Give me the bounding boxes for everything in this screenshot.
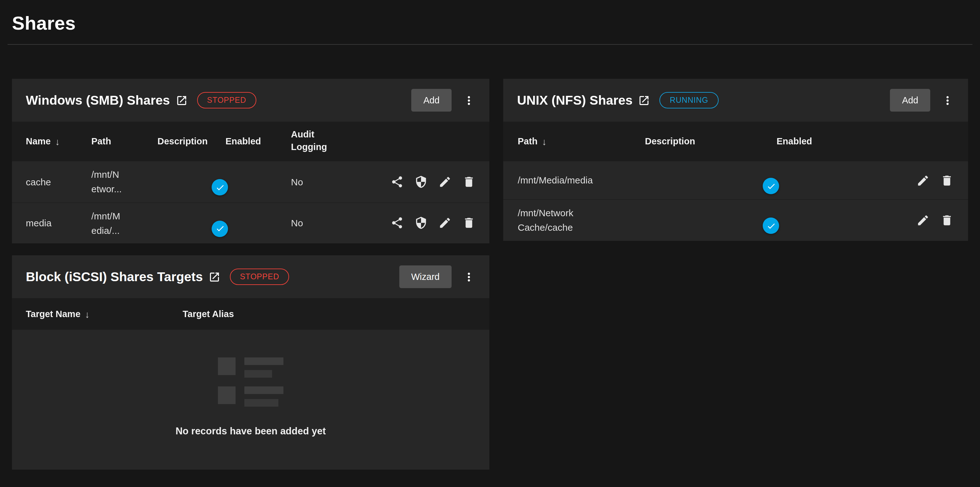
external-link-icon[interactable]: [208, 271, 220, 283]
smb-col-description[interactable]: Description: [158, 136, 226, 146]
nfs-card-title: UNIX (NFS) Shares: [517, 93, 650, 108]
toggle-check-icon: [212, 179, 228, 196]
left-column: Windows (SMB) Shares STOPPED Add Name ↓ …: [12, 79, 489, 469]
empty-state: No records have been added yet: [12, 330, 489, 469]
share-name: cache: [26, 177, 91, 187]
page-title: Shares: [12, 8, 968, 44]
nfs-kebab-menu-icon[interactable]: [939, 91, 957, 109]
iscsi-kebab-menu-icon[interactable]: [460, 268, 478, 286]
empty-state-message: No records have been added yet: [175, 426, 326, 437]
nfs-add-button[interactable]: Add: [890, 89, 930, 112]
shares-page: Shares Windows (SMB) Shares STOPPED Add: [0, 0, 980, 487]
smb-card-header: Windows (SMB) Shares STOPPED Add: [12, 79, 489, 122]
smb-add-button[interactable]: Add: [411, 89, 452, 112]
smb-title-text: Windows (SMB) Shares: [26, 93, 170, 108]
table-row: cache /mnt/N etwor... No: [12, 161, 489, 202]
edit-icon[interactable]: [438, 175, 452, 188]
share-path: /mnt/N etwor...: [91, 167, 158, 196]
table-row: media /mnt/M edia/... No: [12, 202, 489, 243]
nfs-table-header: Path ↓ Description Enabled: [503, 122, 968, 161]
share-acl-icon[interactable]: [390, 217, 404, 230]
empty-state-graphic: [218, 358, 283, 407]
delete-icon[interactable]: [940, 174, 953, 187]
smb-card-title: Windows (SMB) Shares: [26, 93, 188, 108]
iscsi-title-text: Block (iSCSI) Shares Targets: [26, 269, 203, 284]
smb-kebab-menu-icon[interactable]: [460, 91, 478, 109]
iscsi-col-target-name[interactable]: Target Name ↓: [26, 308, 183, 319]
nfs-col-path[interactable]: Path ↓: [518, 136, 645, 147]
edit-icon[interactable]: [916, 214, 930, 227]
toggle-check-icon: [212, 220, 228, 237]
iscsi-col-target-alias[interactable]: Target Alias: [183, 309, 476, 319]
nfs-card-header: UNIX (NFS) Shares RUNNING Add: [503, 79, 968, 122]
nfs-status-badge: RUNNING: [660, 92, 718, 109]
toggle-check-icon: [763, 218, 779, 234]
filesystem-acl-shield-icon[interactable]: [414, 175, 428, 188]
sort-down-icon: ↓: [85, 308, 90, 319]
smb-status-badge: STOPPED: [197, 92, 257, 109]
external-link-icon[interactable]: [638, 94, 650, 106]
nfs-col-description[interactable]: Description: [645, 136, 776, 146]
nfs-title-text: UNIX (NFS) Shares: [517, 93, 633, 108]
toggle-check-icon: [763, 178, 779, 194]
edit-icon[interactable]: [438, 217, 452, 230]
sort-down-icon: ↓: [55, 136, 60, 147]
page-divider: [8, 44, 972, 45]
nfs-card: UNIX (NFS) Shares RUNNING Add Path ↓ Des…: [503, 79, 968, 241]
row-actions: [884, 214, 953, 227]
row-actions: [352, 175, 476, 188]
delete-icon[interactable]: [462, 217, 476, 230]
iscsi-card-title: Block (iSCSI) Shares Targets: [26, 269, 220, 284]
iscsi-status-badge: STOPPED: [230, 268, 290, 285]
share-path: /mnt/Media/media: [518, 173, 645, 188]
share-name: media: [26, 218, 91, 228]
iscsi-card-header: Block (iSCSI) Shares Targets STOPPED Wiz…: [12, 255, 489, 298]
delete-icon[interactable]: [940, 214, 953, 227]
share-acl-icon[interactable]: [390, 175, 404, 188]
row-actions: [352, 217, 476, 230]
audit-logging-value: No: [291, 218, 352, 228]
share-path: /mnt/M edia/...: [91, 208, 158, 238]
nfs-col-enabled[interactable]: Enabled: [776, 136, 884, 146]
iscsi-table-header: Target Name ↓ Target Alias: [12, 298, 489, 330]
filesystem-acl-shield-icon[interactable]: [414, 217, 428, 230]
table-row: /mnt/Media/media: [503, 161, 968, 199]
iscsi-card: Block (iSCSI) Shares Targets STOPPED Wiz…: [12, 255, 489, 469]
edit-icon[interactable]: [916, 174, 930, 187]
smb-table-header: Name ↓ Path Description Enabled Audit Lo…: [12, 122, 489, 161]
delete-icon[interactable]: [462, 175, 476, 188]
right-column: UNIX (NFS) Shares RUNNING Add Path ↓ Des…: [503, 79, 968, 241]
smb-card: Windows (SMB) Shares STOPPED Add Name ↓ …: [12, 79, 489, 243]
row-actions: [884, 174, 953, 187]
smb-col-path[interactable]: Path: [91, 136, 158, 146]
share-path: /mnt/Network Cache/cache: [518, 206, 645, 235]
table-row: /mnt/Network Cache/cache: [503, 199, 968, 241]
smb-col-enabled[interactable]: Enabled: [226, 136, 291, 146]
smb-col-name[interactable]: Name ↓: [26, 136, 91, 147]
smb-col-audit[interactable]: Audit Logging: [291, 129, 352, 153]
cards-grid: Windows (SMB) Shares STOPPED Add Name ↓ …: [12, 79, 968, 469]
external-link-icon[interactable]: [176, 94, 188, 106]
audit-logging-value: No: [291, 177, 352, 187]
sort-down-icon: ↓: [542, 136, 547, 147]
iscsi-wizard-button[interactable]: Wizard: [399, 265, 452, 288]
